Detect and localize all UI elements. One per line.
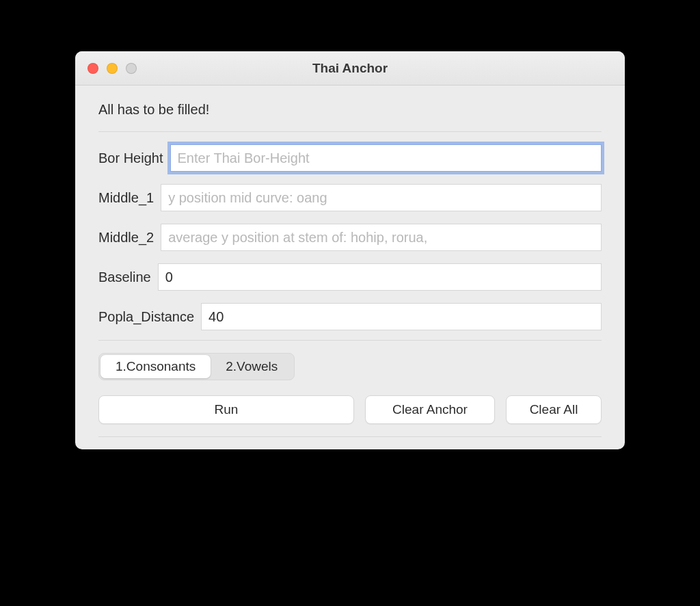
middle-2-input[interactable]: [161, 224, 602, 251]
form-heading: All has to be filled!: [98, 102, 602, 118]
field-row-bor-height: Bor Height: [98, 144, 602, 172]
field-row-middle-1: Middle_1: [98, 184, 602, 211]
baseline-label: Baseline: [98, 269, 151, 285]
field-row-middle-2: Middle_2: [98, 224, 602, 251]
divider: [98, 436, 602, 437]
segmented-control: 1.Consonants 2.Vowels: [98, 353, 295, 380]
bor-height-label: Bor Height: [98, 150, 163, 166]
close-icon[interactable]: [88, 63, 98, 74]
content: All has to be filled! Bor Height Middle_…: [75, 85, 625, 449]
window: Thai Anchor All has to be filled! Bor He…: [75, 51, 625, 449]
middle-1-input[interactable]: [161, 184, 602, 211]
titlebar: Thai Anchor: [75, 51, 625, 85]
tab-consonants[interactable]: 1.Consonants: [100, 355, 211, 378]
button-row: Run Clear Anchor Clear All: [98, 395, 602, 424]
bor-height-input[interactable]: [170, 144, 602, 172]
baseline-input[interactable]: [158, 263, 602, 291]
popla-distance-label: Popla_Distance: [98, 309, 194, 325]
divider: [98, 131, 602, 132]
middle-1-label: Middle_1: [98, 190, 154, 206]
clear-all-button[interactable]: Clear All: [506, 395, 602, 424]
run-button[interactable]: Run: [98, 395, 354, 424]
minimize-icon[interactable]: [107, 63, 118, 74]
field-row-baseline: Baseline: [98, 263, 602, 291]
divider: [98, 340, 602, 341]
middle-2-label: Middle_2: [98, 230, 154, 246]
window-title: Thai Anchor: [75, 61, 625, 76]
traffic-lights: [75, 63, 137, 74]
clear-anchor-button[interactable]: Clear Anchor: [365, 395, 495, 424]
field-row-popla-distance: Popla_Distance: [98, 303, 602, 330]
maximize-icon[interactable]: [126, 63, 137, 74]
tab-vowels[interactable]: 2.Vowels: [211, 355, 293, 378]
popla-distance-input[interactable]: [201, 303, 602, 330]
